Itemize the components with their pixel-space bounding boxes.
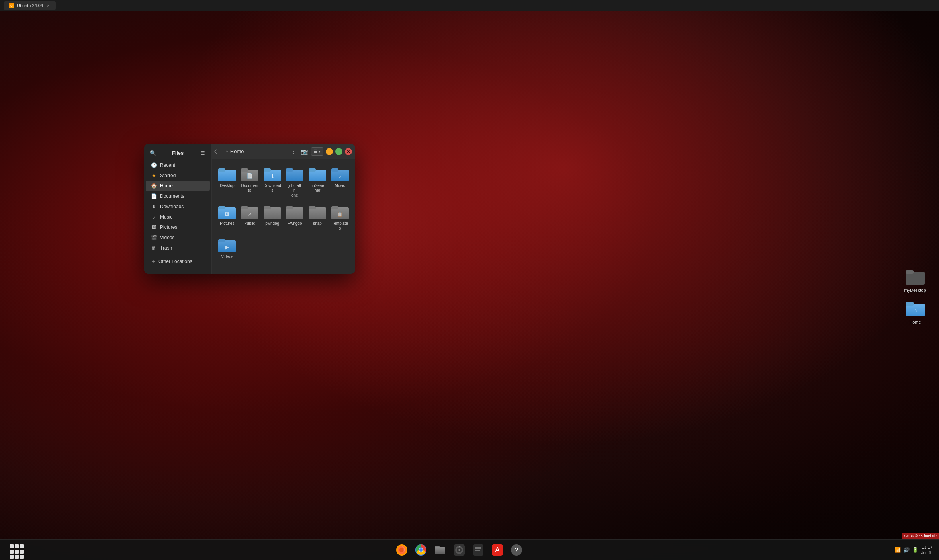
sidebar-item-label-starred: Starred xyxy=(160,173,176,178)
file-item-pictures[interactable]: 🖼 Pictures xyxy=(217,202,238,233)
taskbar-app-texteditor[interactable] xyxy=(470,541,487,559)
desktop-icon-label-home: Home xyxy=(909,320,921,324)
sidebar-item-trash[interactable]: 🗑 Trash xyxy=(146,243,210,253)
plus-icon: + xyxy=(151,259,156,264)
file-item-public[interactable]: ↗ Public xyxy=(239,202,260,233)
desktop-icon-mydesktop[interactable]: myDesktop xyxy=(899,265,931,295)
folder-icon-pictures: 🖼 xyxy=(218,204,236,220)
svg-rect-11 xyxy=(286,168,293,172)
taskbar-app-appstore[interactable]: A xyxy=(489,541,506,559)
toolbar-home-icon: ⌂ xyxy=(225,148,229,154)
taskbar-app-chromium[interactable] xyxy=(412,541,430,559)
taskbar-right: 📶 🔊 🔋 13:17 Jun 6 xyxy=(894,544,933,556)
folder-icon-pwndbg xyxy=(264,204,281,220)
file-item-music[interactable]: ♪ Music xyxy=(329,164,350,200)
folder-icon-downloads: ⬇ xyxy=(264,166,281,182)
desktop-icon-home[interactable]: ⌂ Home xyxy=(899,297,931,327)
sidebar-item-downloads[interactable]: ⬇ Downloads xyxy=(146,201,210,212)
sidebar-item-pictures[interactable]: 🖼 Pictures xyxy=(146,222,210,232)
tab-favicon: U xyxy=(9,3,14,8)
svg-rect-38 xyxy=(906,302,914,306)
taskbar-app-files[interactable] xyxy=(431,541,449,559)
sidebar-menu-icon[interactable]: ☰ xyxy=(199,149,207,157)
taskbar: ♪ A ? xyxy=(0,539,939,560)
documents-icon: 📄 xyxy=(151,193,157,199)
sidebar-item-starred[interactable]: ★ Starred xyxy=(146,170,210,181)
file-item-templates[interactable]: 📋 Templates xyxy=(329,202,350,233)
file-item-downloads[interactable]: ⬇ Downloads xyxy=(262,164,283,200)
folder-icon-public: ↗ xyxy=(241,204,258,220)
home-folder-icon: ⌂ xyxy=(906,299,925,318)
file-item-snap[interactable]: snap xyxy=(307,202,328,233)
starred-icon: ★ xyxy=(151,172,157,179)
view-chevron-icon: ▾ xyxy=(319,150,321,154)
taskbar-clock[interactable]: 13:17 Jun 6 xyxy=(921,544,933,556)
taskbar-app-grid[interactable] xyxy=(6,541,24,559)
csdn-watermark: CSDN@YX-hueimie xyxy=(902,533,939,539)
file-label-downloads: Downloads xyxy=(263,183,281,193)
file-item-glibc[interactable]: glibc-all-in-one xyxy=(284,164,305,200)
sidebar-search-icon[interactable]: 🔍 xyxy=(149,149,157,157)
files-main: ⌂ Home ⋮ 📷 ☰ ▾ — × Des xyxy=(212,144,355,274)
toolbar-path: ⌂ Home xyxy=(222,148,287,154)
tab-close-button[interactable]: × xyxy=(45,3,51,8)
toolbar-view-toggle[interactable]: ☰ ▾ xyxy=(311,147,323,156)
desktop-background xyxy=(0,0,939,560)
sidebar-other-locations[interactable]: + Other Locations xyxy=(146,257,210,266)
appstore-icon: A xyxy=(491,544,504,556)
sidebar-item-home[interactable]: 🏠 Home xyxy=(146,181,210,191)
svg-text:▶: ▶ xyxy=(225,244,229,250)
svg-rect-5 xyxy=(241,168,248,172)
sidebar-item-documents[interactable]: 📄 Documents xyxy=(146,191,210,201)
files-taskbar-icon xyxy=(434,544,446,556)
file-item-libsearcher[interactable]: LibSearcher xyxy=(307,164,328,200)
sidebar-item-videos[interactable]: 🎬 Videos xyxy=(146,232,210,243)
folder-icon-snap xyxy=(309,204,326,220)
folder-icon-libsearcher xyxy=(309,166,326,182)
toolbar-camera-button[interactable]: 📷 xyxy=(300,147,309,156)
svg-text:⌂: ⌂ xyxy=(914,307,917,314)
svg-rect-48 xyxy=(435,547,445,554)
grid-icon xyxy=(8,543,22,557)
window-close-button[interactable]: × xyxy=(345,148,352,155)
file-item-pwngdb[interactable]: Pwngdb xyxy=(284,202,305,233)
svg-rect-33 xyxy=(218,239,225,242)
toolbar-back-button[interactable] xyxy=(214,149,219,154)
sidebar: 🔍 Files ☰ 🕐 Recent ★ Starred 🏠 Home 📄 Do… xyxy=(144,144,212,274)
videos-icon: 🎬 xyxy=(151,234,157,241)
svg-point-52 xyxy=(458,549,460,551)
sidebar-title: Files xyxy=(172,150,184,156)
toolbar-menu-button[interactable]: ⋮ xyxy=(290,148,297,156)
svg-text:♪: ♪ xyxy=(338,173,341,179)
browser-tab[interactable]: U Ubuntu 24.04 × xyxy=(4,1,56,10)
taskbar-app-rhythmbox[interactable]: ♪ xyxy=(450,541,468,559)
taskbar-date-user: Jun 6 xyxy=(921,550,933,556)
file-label-videos: Videos xyxy=(221,254,233,259)
file-item-documents[interactable]: 📄 Documents xyxy=(239,164,260,200)
window-maximize-button[interactable] xyxy=(335,148,342,155)
home-icon: 🏠 xyxy=(151,183,157,189)
taskbar-time-value: 13:17 xyxy=(921,544,933,550)
sidebar-item-label-music: Music xyxy=(160,214,172,220)
sidebar-other-locations-label: Other Locations xyxy=(158,259,192,264)
file-label-glibc: glibc-all-in-one xyxy=(286,183,304,198)
folder-icon-music: ♪ xyxy=(331,166,349,182)
file-label-templates: Templates xyxy=(331,221,349,231)
sidebar-item-recent[interactable]: 🕐 Recent xyxy=(146,160,210,170)
svg-point-45 xyxy=(419,548,423,552)
sidebar-divider xyxy=(147,255,208,255)
file-item-desktop[interactable]: Desktop xyxy=(217,164,238,200)
toolbar-path-label: Home xyxy=(230,148,244,154)
window-minimize-button[interactable]: — xyxy=(326,148,333,155)
recent-icon: 🕐 xyxy=(151,162,157,168)
folder-icon-documents: 📄 xyxy=(241,166,258,182)
file-item-videos[interactable]: ▶ Videos xyxy=(217,235,238,261)
mydesktop-folder-icon xyxy=(906,267,925,286)
file-item-pwndbg[interactable]: pwndbg xyxy=(262,202,283,233)
taskbar-app-help[interactable]: ? xyxy=(508,541,525,559)
svg-text:↗: ↗ xyxy=(248,211,252,217)
file-label-desktop: Desktop xyxy=(220,183,235,188)
files-grid: Desktop 📄 Documents ⬇ xyxy=(212,159,355,274)
sidebar-item-music[interactable]: ♪ Music xyxy=(146,212,210,222)
taskbar-app-firefox[interactable] xyxy=(393,541,411,559)
